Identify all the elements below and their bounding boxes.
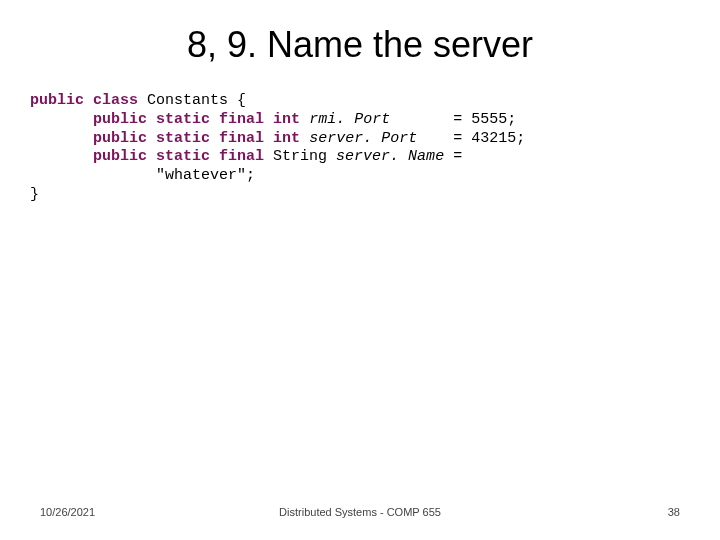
kw-static: static (156, 111, 210, 128)
kw-public: public (30, 92, 84, 109)
slide-title: 8, 9. Name the server (0, 24, 720, 66)
var-rmi-port: rmi. Port (309, 111, 390, 128)
close-brace: } (30, 186, 39, 203)
kw-static: static (156, 130, 210, 147)
slide: 8, 9. Name the server public class Const… (0, 0, 720, 540)
var-server-name: server. Name (336, 148, 444, 165)
class-name: Constants { (138, 92, 246, 109)
string-literal: "whatever"; (156, 167, 255, 184)
val-rmi-port: = 5555; (453, 111, 516, 128)
footer-center: Distributed Systems - COMP 655 (0, 506, 720, 518)
type-string: String (264, 148, 336, 165)
kw-final: final (219, 148, 264, 165)
footer-page-number: 38 (668, 506, 680, 518)
val-server-port: = 43215; (453, 130, 525, 147)
kw-public: public (93, 111, 147, 128)
kw-static: static (156, 148, 210, 165)
code-block: public class Constants { public static f… (30, 92, 525, 205)
kw-public: public (93, 148, 147, 165)
eq: = (444, 148, 462, 165)
kw-public: public (93, 130, 147, 147)
kw-final: final (219, 111, 264, 128)
kw-final: final (219, 130, 264, 147)
kw-int: int (273, 130, 300, 147)
kw-int: int (273, 111, 300, 128)
var-server-port: server. Port (309, 130, 417, 147)
kw-class: class (93, 92, 138, 109)
